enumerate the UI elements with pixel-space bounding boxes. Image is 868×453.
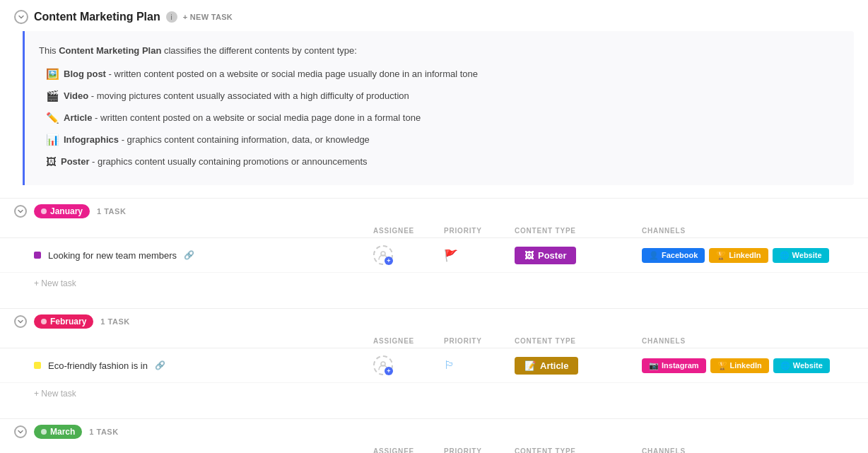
month-badge-february: February xyxy=(34,314,93,329)
assignee-avatar[interactable]: + xyxy=(373,355,393,375)
table-row: Looking for new team members 🔗 + 🚩 🖼 xyxy=(0,238,868,273)
page-title: Content Marketing Plan xyxy=(34,11,160,23)
list-item: ✏️ Article - written content posted on a… xyxy=(46,108,840,127)
channel-badge[interactable]: 🏆 LinkedIn xyxy=(709,248,768,263)
list-item: 🖼 Poster - graphics content usually cont… xyxy=(46,152,840,171)
month-dot-february xyxy=(41,319,47,324)
list-item: 🎬 Video - moving pictures content usuall… xyxy=(46,86,840,105)
col-priority: PRIORITY xyxy=(444,227,515,235)
channel-badge[interactable]: 🌐 Website xyxy=(773,358,830,373)
month-label-january: January xyxy=(50,206,83,216)
task-dot xyxy=(34,362,41,369)
sections-container: January 1 TASK ASSIGNEE PRIORITY CONTENT… xyxy=(0,198,868,453)
task-count-february: 1 TASK xyxy=(100,317,129,326)
col-task-name xyxy=(34,227,373,235)
page-header: Content Marketing Plan i + NEW TASK xyxy=(0,0,868,31)
col-channels: CHANNELS xyxy=(642,337,854,345)
channel-badge[interactable]: 👤 Facebook xyxy=(642,248,705,263)
channel-badge[interactable]: 🌐 Website xyxy=(773,248,829,263)
col-assignee: ASSIGNEE xyxy=(373,337,444,345)
content-type-label: Poster xyxy=(538,250,566,261)
month-label-february: February xyxy=(50,317,86,326)
col-assignee: ASSIGNEE xyxy=(373,447,444,453)
col-headers-march: ASSIGNEE PRIORITY CONTENT TYPE CHANNELS xyxy=(0,445,868,453)
channel-label: Website xyxy=(792,251,822,259)
collapse-button[interactable] xyxy=(14,10,28,24)
channel-label: Website xyxy=(793,361,823,370)
add-assignee-icon[interactable]: + xyxy=(385,367,393,375)
task-name-cell: Looking for new team members 🔗 xyxy=(34,250,373,261)
priority-cell: 🚩 xyxy=(444,249,515,262)
channels-cell: 👤 Facebook 🏆 LinkedIn 🌐 Website xyxy=(642,248,854,263)
month-badge-march: March xyxy=(34,425,82,439)
description-box: This Content Marketing Plan classifies t… xyxy=(23,31,854,185)
description-list: 🖼️ Blog post - written content posted on… xyxy=(39,64,840,171)
link-icon[interactable]: 🔗 xyxy=(155,360,165,370)
col-headers-february: ASSIGNEE PRIORITY CONTENT TYPE CHANNELS xyxy=(0,334,868,348)
poster-icon: 🖼 xyxy=(46,152,57,171)
section-march: March 1 TASK ASSIGNEE PRIORITY CONTENT T… xyxy=(0,418,868,453)
channel-label: Instagram xyxy=(662,361,699,370)
channels-cell: 📷 Instagram 🏆 LinkedIn 🌐 Website xyxy=(642,358,854,373)
section-collapse-february[interactable] xyxy=(14,315,27,328)
video-icon: 🎬 xyxy=(46,86,59,105)
link-icon[interactable]: 🔗 xyxy=(184,250,194,260)
section-header-january: January 1 TASK xyxy=(0,199,868,224)
section-collapse-march[interactable] xyxy=(14,425,27,438)
col-content-type: CONTENT TYPE xyxy=(515,227,642,235)
section-february: February 1 TASK ASSIGNEE PRIORITY CONTEN… xyxy=(0,308,868,406)
channel-badge[interactable]: 🏆 LinkedIn xyxy=(710,358,769,373)
task-name: Looking for new team members xyxy=(48,250,177,261)
content-type-badge[interactable]: 📝 Article xyxy=(515,357,578,375)
task-name: Eco-friendly fashion is in xyxy=(48,360,148,371)
col-priority: PRIORITY xyxy=(444,447,515,453)
article-icon: ✏️ xyxy=(46,108,59,127)
channel-badge[interactable]: 📷 Instagram xyxy=(642,358,706,373)
content-type-emoji: 🖼 xyxy=(524,250,534,261)
assignee-cell: + xyxy=(373,355,444,375)
channel-icon: 🌐 xyxy=(780,361,790,370)
channel-label: LinkedIn xyxy=(730,361,762,370)
task-name-cell: Eco-friendly fashion is in 🔗 xyxy=(34,360,373,371)
month-dot-january xyxy=(41,208,47,214)
month-badge-january: January xyxy=(34,204,90,218)
col-channels: CHANNELS xyxy=(642,227,854,235)
priority-cell: 🏳 xyxy=(444,359,515,372)
new-task-row-february[interactable]: + New task xyxy=(0,383,868,406)
assignee-avatar[interactable]: + xyxy=(373,245,393,265)
assignee-cell: + xyxy=(373,245,444,265)
priority-flag: 🏳 xyxy=(444,359,455,372)
add-assignee-icon[interactable]: + xyxy=(385,257,393,265)
channel-label: Facebook xyxy=(662,251,698,259)
col-content-type: CONTENT TYPE xyxy=(515,447,642,453)
task-count-january: 1 TASK xyxy=(97,207,126,216)
col-assignee: ASSIGNEE xyxy=(373,227,444,235)
section-header-march: March 1 TASK xyxy=(0,419,868,445)
description-intro: This Content Marketing Plan classifies t… xyxy=(39,42,840,59)
list-item: 📊 Infographics - graphics content contai… xyxy=(46,130,840,149)
info-icon[interactable]: i xyxy=(166,11,177,23)
section-collapse-january[interactable] xyxy=(14,205,27,218)
content-type-cell: 🖼 Poster xyxy=(515,247,642,264)
content-type-label: Article xyxy=(540,360,568,371)
new-task-button[interactable]: + NEW TASK xyxy=(183,13,233,21)
priority-flag: 🚩 xyxy=(444,249,458,262)
section-january: January 1 TASK ASSIGNEE PRIORITY CONTENT… xyxy=(0,198,868,295)
table-row: Eco-friendly fashion is in 🔗 + 🏳 📝 xyxy=(0,348,868,383)
section-header-february: February 1 TASK xyxy=(0,309,868,334)
task-count-march: 1 TASK xyxy=(89,428,118,436)
channel-label: LinkedIn xyxy=(729,251,761,259)
content-type-badge[interactable]: 🖼 Poster xyxy=(515,247,576,264)
col-task-name xyxy=(34,447,373,453)
col-channels: CHANNELS xyxy=(642,447,854,453)
new-task-row-january[interactable]: + New task xyxy=(0,273,868,295)
channel-icon: 👤 xyxy=(649,251,659,260)
channel-icon: 🏆 xyxy=(717,361,727,370)
col-task-name xyxy=(34,337,373,345)
list-item: 🖼️ Blog post - written content posted on… xyxy=(46,64,840,83)
content-type-emoji: 📝 xyxy=(524,360,536,371)
col-content-type: CONTENT TYPE xyxy=(515,337,642,345)
channel-icon: 🌐 xyxy=(780,251,790,260)
month-label-march: March xyxy=(50,427,75,437)
channel-icon: 📷 xyxy=(649,361,659,370)
